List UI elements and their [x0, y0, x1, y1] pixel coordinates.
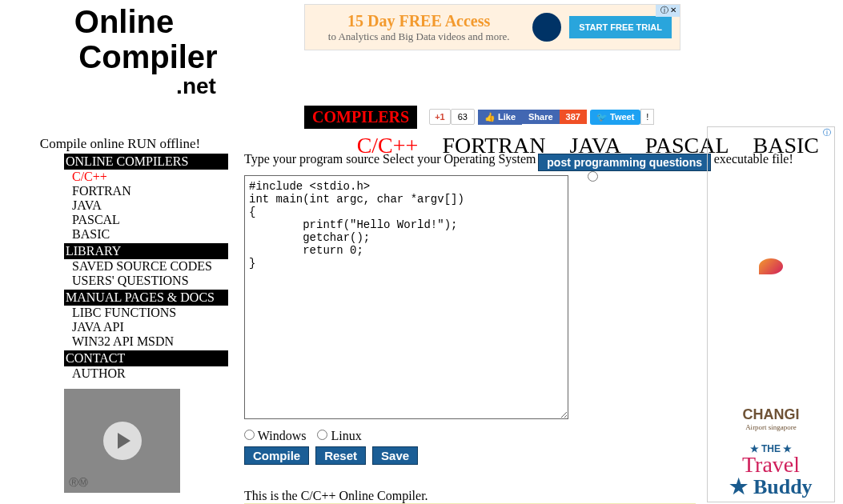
sidebar-item-c-cpp[interactable]: C/C++ — [64, 170, 228, 184]
changi-swirl-icon — [759, 258, 783, 274]
ad-title: 15 Day FREE Access — [313, 12, 524, 30]
os-linux-radio[interactable] — [317, 430, 327, 440]
sidebar-item-pascal[interactable]: PASCAL — [64, 213, 228, 227]
google-plus-button[interactable]: +1 — [429, 109, 451, 125]
buddy-text: ★ Buddy — [729, 474, 812, 499]
sidebar-head-manual: MANUAL PAGES & DOCS — [64, 290, 228, 306]
fb-count: 387 — [560, 110, 587, 124]
sidebar-item-java-api[interactable]: JAVA API — [64, 320, 228, 334]
radio-extra[interactable] — [588, 171, 598, 182]
site-motto: Compile online RUN offline! — [0, 136, 240, 152]
os-linux-label[interactable]: Linux — [317, 429, 361, 442]
source-code-input[interactable] — [244, 175, 568, 419]
sidebar-item-libc[interactable]: LIBC FUNCTIONS — [64, 306, 228, 320]
fb-share-button[interactable]: Share — [522, 110, 560, 124]
social-buttons: +163 👍 LikeShare387 🐦 Tweet! — [429, 109, 654, 125]
post-questions-button[interactable]: post programming questions — [538, 154, 711, 171]
sidebar-head-library: LIBRARY — [64, 243, 228, 259]
fb-like-button[interactable]: 👍 Like — [478, 110, 522, 125]
sidebar-item-fortran[interactable]: FORTRAN — [64, 184, 228, 198]
tweet-count: ! — [640, 109, 654, 125]
save-button[interactable]: Save — [372, 446, 418, 465]
compilers-button[interactable]: COMPILERS — [304, 106, 417, 129]
ad-brand-logo — [532, 13, 561, 42]
gplus-count: 63 — [451, 109, 475, 125]
compile-button[interactable]: Compile — [244, 446, 309, 465]
reset-button[interactable]: Reset — [315, 446, 366, 465]
sidebar-item-java[interactable]: JAVA — [64, 198, 228, 213]
os-windows-radio[interactable] — [244, 430, 255, 440]
os-windows-label[interactable]: Windows — [244, 429, 306, 442]
sidebar: ONLINE COMPILERS C/C++ FORTRAN JAVA PASC… — [0, 152, 236, 504]
travel-text: Travel — [742, 454, 800, 474]
sidebar-item-author[interactable]: AUTHOR — [64, 366, 228, 381]
sidebar-item-win32[interactable]: WIN32 API MSDN — [64, 334, 228, 349]
sidebar-head-compilers: ONLINE COMPILERS — [64, 154, 228, 170]
sidebar-head-contact: CONTACT — [64, 350, 228, 366]
ad-cta-button[interactable]: START FREE TRIAL — [569, 16, 672, 38]
changi-sub: Airport singapore — [745, 423, 797, 431]
ad-sidebar[interactable]: ⓘ CHANGI Airport singapore ★ THE ★ Trave… — [707, 126, 835, 502]
play-icon[interactable] — [103, 422, 142, 460]
sidebar-item-users-questions[interactable]: USERS' QUESTIONS — [64, 274, 228, 288]
site-logo: Online Compiler .net — [0, 0, 248, 99]
ad-close-icon[interactable]: ⓘ ✕ — [656, 5, 680, 17]
sidebar-item-saved-codes[interactable]: SAVED SOURCE CODES — [64, 259, 228, 274]
ad-banner-top[interactable]: ⓘ ✕ 15 Day FREE Access to Analytics and … — [304, 4, 680, 50]
changi-logo: CHANGI — [743, 406, 800, 423]
sidebar-item-basic[interactable]: BASIC — [64, 227, 228, 242]
rm-badge: ⓇⓂ — [69, 476, 88, 490]
ad-info-icon[interactable]: ⓘ — [708, 127, 834, 138]
video-thumbnail[interactable]: ⓇⓂ — [64, 389, 180, 493]
ad-subtitle: to Analytics and Big Data videos and mor… — [313, 30, 524, 43]
tweet-button[interactable]: 🐦 Tweet — [590, 110, 640, 125]
